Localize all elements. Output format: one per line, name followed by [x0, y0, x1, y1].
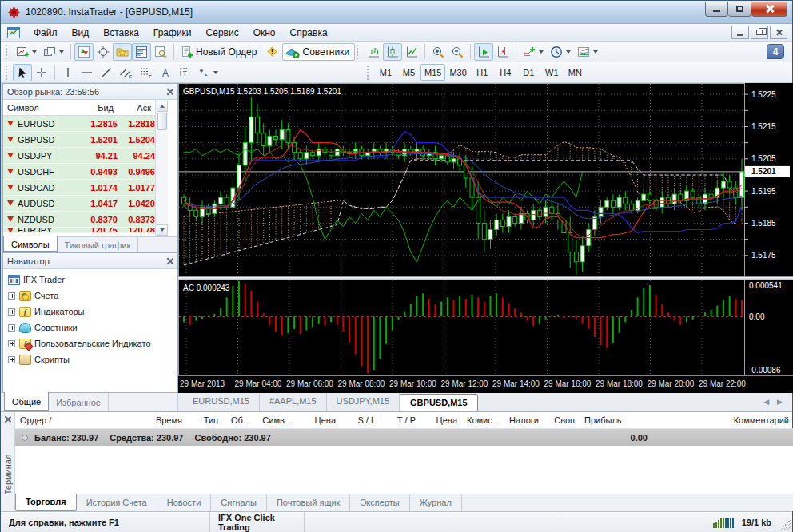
terminal-column-header[interactable]: Цена: [420, 415, 462, 425]
terminal-tab-сигналы[interactable]: Сигналы: [211, 494, 267, 511]
navigator-root[interactable]: IFX Trader: [6, 272, 177, 288]
profiles-button[interactable]: [40, 43, 67, 61]
timeframe-h1[interactable]: H1: [471, 64, 494, 81]
navigator-item-советники[interactable]: Советники: [6, 320, 177, 335]
terminal-tab-журнал[interactable]: Журнал: [410, 494, 462, 511]
market-watch-close-icon[interactable]: [166, 88, 173, 95]
navigator-item-индикаторы[interactable]: fИндикаторы: [6, 304, 177, 320]
terminal-column-header[interactable]: Время: [107, 415, 187, 425]
auto-scroll-button[interactable]: [474, 43, 493, 61]
terminal-column-header[interactable]: Тип: [187, 415, 223, 425]
data-window-button[interactable]: [151, 43, 170, 61]
fibonacci-tool-button[interactable]: F: [136, 64, 156, 81]
mdi-close-button[interactable]: [770, 26, 787, 39]
terminal-tab-история-счета[interactable]: История Счета: [77, 494, 157, 511]
zoom-in-button[interactable]: [428, 43, 448, 61]
tab-тиковый-график[interactable]: Тиковый график: [58, 237, 139, 252]
market-watch-row[interactable]: AUDUSD1.04171.0420: [3, 196, 155, 212]
tree-expand-icon[interactable]: [8, 340, 15, 347]
notifications-badge[interactable]: 4: [767, 44, 784, 59]
menu-item-4[interactable]: Графики: [146, 25, 199, 41]
timeframe-mn[interactable]: MN: [564, 64, 587, 81]
timeframe-w1[interactable]: W1: [540, 64, 564, 81]
market-watch-row[interactable]: USDCAD1.01741.0177: [3, 180, 155, 196]
terminal-tab-эксперты[interactable]: Эксперты: [350, 494, 409, 511]
timeframe-m30[interactable]: M30: [445, 64, 470, 81]
price-chart[interactable]: 1.52251.52151.52051.51951.51851.51751.52…: [178, 83, 793, 276]
minimize-button[interactable]: [705, 2, 728, 17]
terminal-column-header[interactable]: Комментарий: [652, 415, 793, 425]
terminal-column-header[interactable]: Ордер /: [15, 415, 107, 425]
candlestick-mode-button[interactable]: [383, 43, 402, 61]
market-watch-scrollbar[interactable]: [155, 100, 168, 236]
menu-item-5[interactable]: Сервис: [199, 25, 246, 41]
status-connection-mode[interactable]: IFX One Click Trading: [210, 512, 305, 532]
toolbar-grip[interactable]: [357, 45, 361, 59]
market-watch-row[interactable]: USDCHF0.94930.9496: [3, 164, 155, 180]
timeframe-m1[interactable]: M1: [374, 64, 397, 81]
terminal-column-header[interactable]: Своп: [544, 415, 580, 425]
tab-символы[interactable]: Символы: [3, 236, 58, 252]
text-tool-button[interactable]: A: [156, 64, 175, 81]
timeframe-m5[interactable]: M5: [397, 64, 420, 81]
terminal-close-icon[interactable]: [4, 415, 11, 423]
timeframe-d1[interactable]: D1: [517, 64, 540, 81]
tree-expand-icon[interactable]: [8, 356, 15, 363]
periods-button[interactable]: [547, 43, 574, 61]
maximize-button[interactable]: [728, 2, 751, 17]
market-watch-row[interactable]: EURJPY120.75120.78: [3, 228, 155, 233]
tree-expand-icon[interactable]: [8, 308, 15, 316]
new-order-button[interactable]: Новый Ордер: [177, 43, 262, 61]
chart-tab-#aapl-m15[interactable]: #AAPL,M15: [260, 393, 327, 411]
terminal-column-header[interactable]: T / P: [381, 415, 420, 425]
navigator-item-пользовательские[interactable]: fПользовательские Индикато: [6, 335, 177, 351]
chart-shift-button[interactable]: [493, 43, 512, 61]
tick-chart-toggle-button[interactable]: [74, 43, 94, 61]
navigator-item-скрипты[interactable]: Скрипты: [6, 351, 177, 367]
crosshair-button[interactable]: [94, 43, 113, 61]
terminal-column-header[interactable]: S / L: [341, 415, 381, 425]
navigator-item-счета[interactable]: Счета: [6, 288, 177, 304]
close-button[interactable]: [751, 2, 787, 17]
horizontal-line-tool-button[interactable]: [78, 64, 97, 81]
terminal-column-header[interactable]: Прибыль: [580, 415, 652, 425]
timeframe-m15[interactable]: M15: [420, 64, 445, 81]
indicators-button[interactable]: [520, 43, 547, 61]
market-watch-toggle-button[interactable]: [132, 43, 151, 61]
mdi-restore-button[interactable]: [751, 26, 768, 39]
tree-expand-icon[interactable]: [8, 292, 15, 300]
menu-item-2[interactable]: Вид: [65, 25, 97, 41]
navigator-close-icon[interactable]: [166, 257, 173, 264]
toolbar-grip[interactable]: [6, 66, 10, 80]
crosshair-tool-button[interactable]: [32, 64, 51, 81]
important-button[interactable]: [262, 43, 282, 61]
tabs-scroll-right-icon[interactable]: ▶: [777, 398, 783, 406]
toolbar-grip[interactable]: [6, 45, 10, 59]
menu-item-3[interactable]: Вставка: [96, 25, 146, 41]
terminal-column-header[interactable]: Симв...: [255, 415, 297, 425]
vertical-line-tool-button[interactable]: [58, 64, 78, 81]
scroll-down-icon[interactable]: [157, 224, 168, 236]
arrows-tool-button[interactable]: [194, 64, 221, 81]
zoom-out-button[interactable]: [448, 43, 467, 61]
templates-button[interactable]: [574, 43, 601, 61]
text-label-tool-button[interactable]: T: [175, 64, 194, 81]
terminal-tab-почтовый-ящик[interactable]: Почтовый ящик: [267, 494, 350, 511]
line-chart-mode-button[interactable]: [402, 43, 421, 61]
toolbar-grip[interactable]: [367, 66, 371, 80]
channel-tool-button[interactable]: E: [116, 64, 136, 81]
tree-expand-icon[interactable]: [8, 324, 15, 332]
scroll-up-icon[interactable]: [157, 101, 168, 112]
chart-tab-gbpusd-m15[interactable]: GBPUSD,M15: [400, 394, 478, 411]
tab-избранное[interactable]: Избранное: [49, 393, 109, 411]
menu-item-1[interactable]: Файл: [26, 25, 65, 41]
terminal-tab-торговля[interactable]: Торговля: [15, 494, 77, 511]
menu-item-7[interactable]: Справка: [283, 25, 335, 41]
tab-общие[interactable]: Общие: [4, 392, 49, 411]
terminal-column-header[interactable]: Комис...: [462, 415, 502, 425]
chart-tab-usdjpy-m15[interactable]: USDJPY,M15: [327, 393, 400, 411]
trendline-tool-button[interactable]: [97, 64, 116, 81]
scrollbar-thumb[interactable]: [157, 113, 167, 130]
timeframe-h4[interactable]: H4: [494, 64, 517, 81]
market-watch-row[interactable]: GBPUSD1.52011.5204: [3, 132, 155, 148]
